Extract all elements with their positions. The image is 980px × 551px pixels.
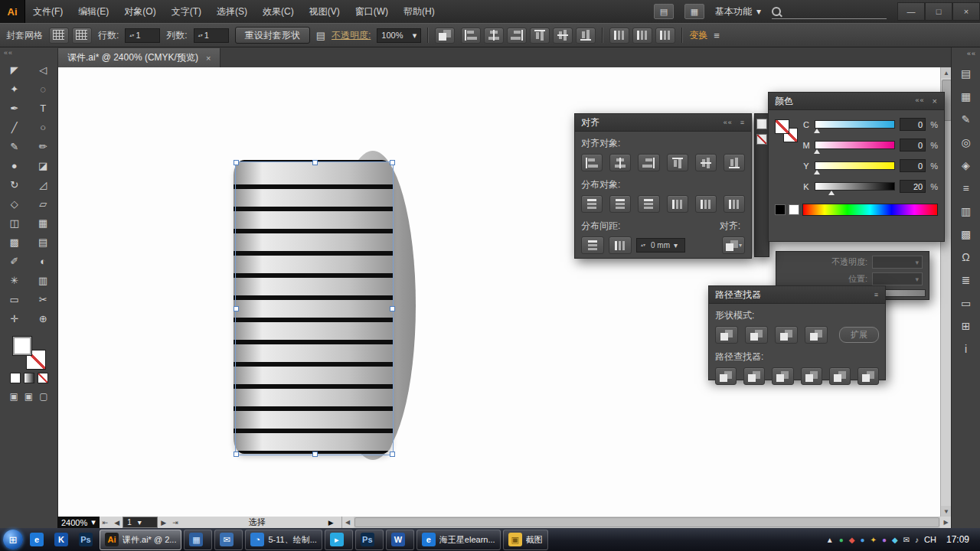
color-slider[interactable]	[815, 141, 895, 149]
next-artboard-button[interactable]: ▶	[158, 519, 169, 527]
taskbar-window-3[interactable]: ✉	[214, 530, 243, 550]
artboard-number-dropdown[interactable]: 1 ▾	[122, 517, 158, 528]
toolbar-collapse-icon[interactable]: ««	[0, 47, 57, 60]
transparency-panel-icon[interactable]: ▩	[952, 223, 980, 246]
intersect-button[interactable]	[775, 326, 798, 344]
close-button[interactable]: ×	[952, 2, 980, 21]
rows-input[interactable]: ▴▾1	[125, 28, 160, 43]
distribute-right-button[interactable]	[724, 195, 745, 213]
slider-thumb[interactable]	[814, 170, 820, 174]
free-transform-tool[interactable]: ▱	[29, 194, 58, 214]
expand-button[interactable]: 扩展	[839, 327, 879, 343]
document-tab[interactable]: 课件.ai* @ 2400% (CMYK/预览) ×	[57, 48, 220, 67]
menu-item[interactable]: 效果(C)	[255, 0, 302, 23]
menu-item[interactable]: 文件(F)	[25, 0, 70, 23]
collapse-icon[interactable]: ««	[724, 119, 733, 126]
panel-toggle-icon[interactable]: ▤	[316, 30, 325, 41]
selection-handle[interactable]	[312, 452, 318, 457]
tray-icon-1[interactable]: ●	[839, 536, 844, 544]
taskbar-elearning-window[interactable]: e 海王星elearn...	[416, 530, 501, 550]
align-to-dropdown[interactable]: ▾	[722, 236, 745, 254]
taskbar-k-icon[interactable]: K	[50, 530, 73, 549]
merge-button[interactable]	[772, 367, 793, 385]
start-button[interactable]: ⊞	[3, 530, 23, 549]
graphic-styles-panel-icon[interactable]: ◈	[952, 154, 980, 177]
align-top-button[interactable]	[530, 28, 550, 44]
minimize-button[interactable]: —	[897, 2, 925, 21]
none-mode-button[interactable]	[38, 373, 48, 383]
tray-icon-3[interactable]: ●	[861, 536, 865, 544]
color-spectrum-bar[interactable]	[802, 204, 938, 216]
style-dropdown-icon[interactable]	[435, 28, 455, 44]
selection-handle[interactable]	[390, 306, 395, 311]
align-vertical-center-button[interactable]	[553, 28, 573, 44]
workspace-switcher[interactable]: 基本功能 ▾	[715, 5, 761, 18]
paintbrush-tool[interactable]: ✎	[0, 137, 29, 156]
vertical-space-button[interactable]	[581, 236, 604, 254]
fill-stroke-indicator[interactable]	[775, 119, 798, 142]
color-panel-header[interactable]: 颜色 «« ×	[769, 93, 944, 110]
minus-back-button[interactable]	[858, 367, 879, 385]
pathfinder-panel-header[interactable]: 路径查找器 ≡	[709, 286, 885, 304]
previous-artboard-button[interactable]: ◀	[111, 519, 122, 527]
symbol-sprayer-tool[interactable]: ✳	[0, 271, 29, 290]
scrollbar-thumb[interactable]	[354, 517, 939, 527]
gradient-tool[interactable]: ▤	[29, 233, 58, 252]
screen-mode-icon[interactable]: ▢	[39, 391, 47, 402]
selection-handle[interactable]	[234, 452, 239, 457]
panel-menu-icon[interactable]: ≡	[740, 119, 745, 126]
distribute-bottom-button[interactable]	[638, 195, 659, 213]
align-right-button[interactable]	[638, 154, 659, 171]
align-right-button[interactable]	[507, 28, 527, 44]
status-expand-icon[interactable]: ▶	[328, 519, 334, 527]
shape-builder-tool[interactable]: ◫	[0, 214, 29, 233]
stroke-panel-icon[interactable]: ≡	[952, 177, 980, 200]
selection-handle[interactable]	[312, 160, 318, 165]
striped-cylinder-object[interactable]	[234, 148, 419, 466]
blob-brush-tool[interactable]: ●	[0, 156, 29, 175]
distribute-left-button[interactable]	[609, 28, 629, 44]
restore-button[interactable]: □	[925, 2, 952, 21]
taskbar-illustrator-window[interactable]: Ai 课件.ai* @ 2...	[100, 530, 181, 550]
eraser-tool[interactable]: ◪	[29, 156, 58, 175]
taskbar-snip-window[interactable]: ▣ 截图	[503, 530, 548, 550]
selection-tool[interactable]: ◤	[0, 60, 29, 80]
direct-selection-tool[interactable]: ◁	[29, 60, 58, 80]
selection-handle[interactable]	[390, 160, 395, 165]
last-artboard-button[interactable]: ⇥	[169, 519, 181, 527]
channel-value-input[interactable]: 0	[900, 159, 926, 172]
type-tool[interactable]: T	[29, 99, 58, 118]
tray-icon-5[interactable]: ●	[882, 536, 887, 544]
close-icon[interactable]: ×	[206, 54, 211, 63]
selection-handle[interactable]	[390, 452, 395, 457]
mesh-tool[interactable]: ▩	[0, 233, 29, 252]
scroll-right-icon[interactable]: ▶	[940, 517, 952, 528]
ellipse-tool[interactable]: ○	[29, 118, 58, 137]
color-mode-button[interactable]	[10, 373, 21, 383]
distribute-hcenter-button[interactable]	[695, 195, 717, 213]
distribute-vcenter-button[interactable]	[609, 195, 631, 213]
trim-button[interactable]	[743, 367, 765, 385]
zoom-tool[interactable]: ⊕	[29, 309, 58, 328]
scroll-down-icon[interactable]: ▼	[941, 506, 952, 517]
menu-item[interactable]: 选择(S)	[209, 0, 255, 23]
tray-icon-4[interactable]: ✦	[871, 536, 877, 544]
fill-color-swatch[interactable]	[12, 336, 32, 356]
white-swatch[interactable]	[789, 204, 799, 215]
distribute-top-button[interactable]	[581, 195, 603, 213]
slider-thumb[interactable]	[814, 149, 820, 154]
divide-button[interactable]	[715, 367, 737, 385]
eyedropper-tool[interactable]: ✐	[0, 252, 29, 271]
tray-mail-icon[interactable]: ✉	[903, 536, 910, 544]
distribute-right-button[interactable]	[655, 28, 675, 44]
taskbar-photoshop-window[interactable]: Ps	[355, 530, 384, 550]
unite-button[interactable]	[715, 326, 738, 344]
hand-tool[interactable]: ✛	[0, 309, 29, 328]
align-panel-icon[interactable]: ⊞	[952, 315, 980, 337]
exclude-button[interactable]	[805, 326, 828, 344]
menu-item[interactable]: 对象(O)	[116, 0, 163, 23]
tray-icon-6[interactable]: ◆	[892, 536, 898, 544]
channel-value-input[interactable]: 0	[900, 118, 926, 131]
crop-button[interactable]	[801, 367, 822, 385]
black-swatch[interactable]	[775, 204, 786, 215]
